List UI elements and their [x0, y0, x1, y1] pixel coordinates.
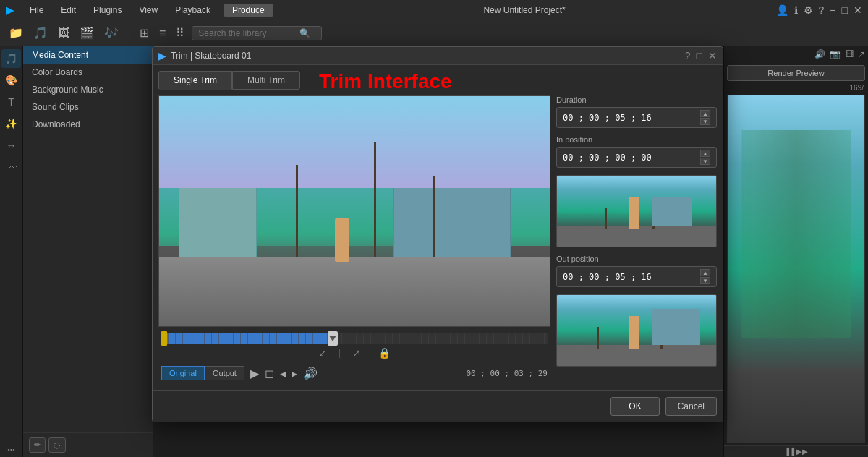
toolbar-audio-icon[interactable]: 🎶 [101, 23, 122, 43]
duration-down-arrow[interactable]: ▼ [700, 118, 710, 125]
side-icon-media[interactable]: 🎵 [1, 49, 21, 68]
in-position-arrows[interactable]: ▲ ▼ [700, 150, 710, 165]
duration-input[interactable]: 00 ; 00 ; 05 ; 16 ▲ ▼ [556, 107, 717, 128]
side-icon-transition[interactable]: ↔ [3, 136, 20, 155]
maximize-icon[interactable]: □ [842, 4, 848, 16]
out-position-input[interactable]: 00 ; 00 ; 05 ; 16 ▲ ▼ [556, 266, 717, 287]
toolbar-grid-icon[interactable]: ⊞ [137, 23, 152, 43]
side-icon-color[interactable]: 🎨 [1, 71, 21, 90]
menu-bar: ▶ File Edit Plugins View Playback Produc… [0, 0, 868, 20]
trim-dialog-footer: OK Cancel [153, 390, 723, 422]
settings-icon[interactable]: ⚙ [804, 4, 813, 16]
top-right-icons: 👤 ℹ ⚙ ? − □ ✕ [776, 4, 862, 16]
in-position-down-arrow[interactable]: ▼ [700, 158, 710, 165]
scrub-lock-icon[interactable]: 🔒 [378, 347, 391, 359]
tab-single-trim[interactable]: Single Trim [158, 71, 232, 90]
preview-area: 🔊 📷 🎞 ↗ Render Preview 169/ ▐▐ ▶▶ [723, 46, 868, 457]
in-position-up-arrow[interactable]: ▲ [700, 150, 710, 157]
trim-cancel-button[interactable]: Cancel [665, 397, 717, 416]
trim-dialog-actions: ? □ ✕ [685, 50, 717, 61]
preview-resolution: 169/ [850, 84, 864, 92]
playback-mode: Original Output [161, 366, 244, 380]
preview-video-frame [728, 95, 864, 442]
trim-ok-button[interactable]: OK [610, 397, 659, 416]
render-preview-button[interactable]: Render Preview [727, 65, 865, 81]
trim-maximize-icon[interactable]: □ [697, 50, 702, 61]
search-input[interactable] [198, 28, 299, 38]
app-logo: ▶ [6, 4, 14, 16]
in-position-value: 00 ; 00 ; 00 ; 00 [563, 153, 700, 163]
playback-original-button[interactable]: Original [161, 366, 205, 380]
side-icon-effects[interactable]: ✨ [1, 114, 21, 133]
out-position-down-arrow[interactable]: ▼ [700, 277, 710, 284]
media-item-media-content[interactable]: Media Content [23, 46, 153, 64]
menu-playback[interactable]: Playback [171, 4, 215, 17]
menu-plugins[interactable]: Plugins [89, 4, 126, 17]
toolbar-list-icon[interactable]: ≡ [156, 24, 169, 43]
menu-file[interactable]: File [25, 4, 48, 17]
duration-up-arrow[interactable]: ▲ [700, 110, 710, 117]
menu-view[interactable]: View [135, 4, 162, 17]
stop-button[interactable]: ◻ [265, 367, 274, 380]
media-item-sound-clips[interactable]: Sound Clips [23, 98, 153, 116]
toolbar-video-icon[interactable]: 🎬 [77, 23, 97, 43]
toolbar-media-icon[interactable]: 🎵 [30, 23, 51, 43]
media-item-color-boards[interactable]: Color Boards [23, 64, 153, 81]
tab-multi-trim[interactable]: Multi Trim [232, 71, 300, 90]
out-position-thumbnail [556, 294, 717, 367]
timecode-display: 00 ; 00 ; 03 ; 29 [466, 369, 548, 378]
preview-filmstrip-icon[interactable]: 🎞 [845, 49, 854, 59]
minimize-icon[interactable]: − [830, 4, 835, 16]
play-button[interactable]: ▶ [250, 367, 259, 380]
trim-right-panel: Duration 00 ; 00 ; 05 ; 16 ▲ ▼ In positi… [550, 95, 717, 385]
media-item-downloaded[interactable]: Downloaded [23, 116, 153, 133]
out-position-up-arrow[interactable]: ▲ [700, 269, 710, 276]
preview-external-icon[interactable]: ↗ [858, 49, 865, 59]
menu-edit[interactable]: Edit [56, 4, 80, 17]
media-panel: Media Content Color Boards Background Mu… [23, 46, 153, 457]
toolbar-image-icon[interactable]: 🖼 [55, 24, 72, 43]
panel-tools: ✏ ◌ [23, 432, 153, 457]
duration-arrows[interactable]: ▲ ▼ [700, 110, 710, 125]
out-position-group: Out position 00 ; 00 ; 05 ; 16 ▲ ▼ [556, 255, 717, 287]
media-item-background-music[interactable]: Background Music [23, 81, 153, 98]
user-icon[interactable]: 👤 [776, 4, 788, 16]
trim-video-area: ↙ | ↗ 🔒 Original Output ▶ ◻ ◂ ▸ 🔊 00 ; 0… [158, 95, 550, 385]
prev-frame-button[interactable]: ◂ [280, 367, 286, 380]
preview-speaker-icon[interactable]: 🔊 [814, 49, 825, 59]
search-icon: 🔍 [299, 28, 310, 38]
produce-button[interactable]: Produce [224, 4, 273, 17]
side-icon-motion[interactable]: 〰 [3, 158, 20, 176]
toolbar-apps-icon[interactable]: ⠿ [173, 23, 187, 43]
info-icon[interactable]: ℹ [794, 4, 798, 16]
search-box[interactable]: 🔍 [192, 26, 322, 40]
side-panel-icons: 🎵 🎨 T ✨ ↔ 〰 ••• [0, 46, 23, 457]
in-position-thumbnail [556, 175, 717, 247]
playback-output-button[interactable]: Output [205, 366, 244, 380]
close-icon[interactable]: ✕ [854, 4, 862, 16]
side-icon-more[interactable]: ••• [7, 446, 15, 454]
trim-close-icon[interactable]: ✕ [708, 50, 717, 61]
scrub-out-point-icon[interactable]: ↗ [352, 347, 361, 359]
in-position-input[interactable]: 00 ; 00 ; 00 ; 00 ▲ ▼ [556, 147, 717, 168]
in-position-thumb-img [557, 176, 716, 247]
panel-tool-pencil[interactable]: ✏ [29, 437, 46, 453]
volume-button[interactable]: 🔊 [303, 367, 318, 380]
panel-tool-eraser[interactable]: ◌ [48, 437, 66, 453]
trim-help-icon[interactable]: ? [685, 50, 691, 61]
side-icon-text[interactable]: T [4, 93, 18, 111]
in-position-group: In position 00 ; 00 ; 00 ; 00 ▲ ▼ [556, 135, 717, 168]
preview-snapshot-icon[interactable]: 📷 [830, 49, 841, 59]
scrub-in-point-icon[interactable]: ↙ [318, 347, 327, 359]
trim-content: ↙ | ↗ 🔒 Original Output ▶ ◻ ◂ ▸ 🔊 00 ; 0… [153, 90, 723, 390]
trim-video-preview [158, 95, 550, 327]
toolbar-folder-icon[interactable]: 📁 [6, 23, 26, 43]
help-icon[interactable]: ? [819, 4, 825, 16]
trim-dialog: ▶ Trim | Skateboard 01 ? □ ✕ Trim Interf… [152, 46, 723, 422]
scrubber-handle[interactable] [328, 331, 338, 346]
next-frame-button[interactable]: ▸ [292, 367, 297, 380]
window-title: New Untitled Project* [282, 5, 767, 15]
out-position-arrows[interactable]: ▲ ▼ [700, 269, 710, 284]
scrubber-bar[interactable] [161, 333, 548, 344]
out-position-label: Out position [556, 255, 717, 263]
